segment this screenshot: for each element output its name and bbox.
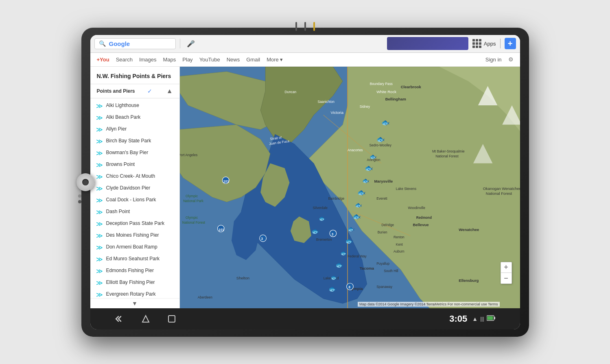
list-item[interactable]: ≫ Coal Dock - Lions Park [90, 194, 179, 206]
svg-text:8: 8 [348, 285, 350, 289]
side-button-inner [82, 179, 89, 185]
fish-icon: ≫ [96, 267, 103, 275]
grid-dot [479, 46, 481, 48]
svg-text:Bremerton: Bremerton [316, 237, 332, 241]
svg-text:🐟: 🐟 [354, 201, 362, 208]
tablet-device: 🔍 Google 🎤 [81, 28, 529, 337]
svg-text:🐟: 🐟 [376, 135, 385, 144]
nav-item-images[interactable]: Images [139, 57, 157, 63]
fish-icon: ≫ [96, 102, 103, 110]
fish-icon: ≫ [96, 291, 103, 298]
svg-text:🐟: 🐟 [311, 227, 319, 235]
zoom-out-button[interactable]: − [501, 273, 512, 283]
grid-dot [476, 42, 478, 45]
svg-rect-82 [494, 317, 495, 319]
zoom-controls: + − [501, 262, 512, 284]
list-item[interactable]: ≫ Deception Pass State Park [90, 218, 179, 230]
side-button[interactable] [77, 173, 94, 191]
item-label: Chico Creek- At Mouth [106, 173, 155, 180]
item-label: Ed Munro Seahurst Park [106, 256, 160, 262]
svg-text:🐟: 🐟 [381, 118, 390, 126]
sign-in-button[interactable]: Sign in [485, 57, 502, 63]
scroll-down-indicator[interactable]: ▼ [90, 298, 179, 308]
list-item[interactable]: ≫ Browns Point [90, 159, 179, 171]
list-item[interactable]: ≫ Evergreen Rotary Park [90, 289, 179, 298]
fish-icon: ≫ [96, 126, 103, 133]
settings-icon[interactable]: ⚙ [508, 56, 514, 63]
nav-item-you[interactable]: +You [97, 57, 109, 63]
list-item[interactable]: ≫ Bowman's Bay Pier [90, 147, 179, 159]
map-area[interactable]: Victoria Sidney White Rock Clearbrook Be… [180, 67, 520, 308]
add-tab-button[interactable]: + [505, 38, 516, 49]
svg-text:Boundary Pass: Boundary Pass [369, 82, 392, 86]
list-item[interactable]: ≫ Chico Creek- At Mouth [90, 171, 179, 183]
svg-text:Bainbridge: Bainbridge [328, 196, 344, 200]
bottom-nav-buttons [115, 314, 177, 324]
nav-item-play[interactable]: Play [182, 57, 192, 63]
item-label: Allyn Pier [106, 126, 127, 133]
nav-item-more[interactable]: More ▾ [267, 57, 283, 63]
map-attribution: Map data ©2014 Google Imagery ©2014 Terr… [358, 302, 500, 307]
sidebar-list[interactable]: ≫ Alki Lighthouse ≫ Alki Beach Park ≫ Al… [90, 98, 179, 298]
google-search-box[interactable]: 🔍 Google [94, 38, 176, 49]
svg-text:Aberdeen: Aberdeen [197, 295, 212, 299]
svg-text:White Rock: White Rock [376, 89, 396, 94]
fish-icon: ≫ [96, 244, 103, 251]
section-title: Points and Piers [97, 88, 135, 94]
svg-text:National Park: National Park [183, 198, 204, 203]
zoom-in-button[interactable]: + [501, 262, 512, 273]
grid-dot [476, 39, 478, 41]
svg-text:🐟: 🐟 [357, 188, 365, 196]
svg-text:Lake Stevens: Lake Stevens [396, 186, 416, 190]
apps-section: Apps [472, 39, 496, 48]
hardware-btn-3 [313, 22, 315, 31]
list-item[interactable]: ≫ Birch Bay State Park [90, 135, 179, 147]
svg-text:Ellensburg: Ellensburg [459, 278, 479, 282]
home-button[interactable] [141, 314, 151, 324]
item-label: Alki Beach Park [106, 114, 141, 121]
svg-text:🐟: 🐟 [348, 225, 355, 232]
chevron-down-icon: ▼ [132, 300, 138, 307]
svg-text:🐟: 🐟 [369, 153, 376, 160]
back-button[interactable] [115, 314, 125, 324]
list-item[interactable]: ≫ Alki Beach Park [90, 112, 179, 124]
mic-icon[interactable]: 🎤 [184, 40, 197, 48]
apps-label[interactable]: Apps [484, 41, 496, 47]
bottom-right-status: 3:05 ▲ ||| [449, 314, 495, 324]
nav-item-news[interactable]: News [227, 57, 240, 63]
svg-text:🐟: 🐟 [318, 214, 326, 222]
list-item[interactable]: ≫ Don Armeni Boat Ramp [90, 242, 179, 253]
svg-text:Olympic: Olympic [186, 194, 198, 198]
nav-item-youtube[interactable]: YouTube [199, 57, 220, 63]
svg-text:Bellingham: Bellingham [385, 97, 406, 101]
scroll-up-arrow[interactable]: ▲ [166, 87, 173, 95]
google-logo-text: Google [109, 40, 130, 47]
list-item[interactable]: ≫ Allyn Pier [90, 124, 179, 135]
svg-text:Federal Way: Federal Way [348, 254, 367, 258]
nav-item-gmail[interactable]: Gmail [246, 57, 260, 63]
svg-text:Wenatchee: Wenatchee [459, 227, 479, 231]
list-item[interactable]: ≫ Alki Lighthouse [90, 100, 179, 112]
item-label: Des Moines Fishing Pier [106, 232, 159, 239]
svg-marker-79 [142, 316, 149, 322]
svg-text:National Forest: National Forest [435, 154, 459, 158]
list-item[interactable]: ≫ Edmonds Fishing Pier [90, 265, 179, 277]
list-item[interactable]: ≫ Elliott Bay Fishing Pier [90, 277, 179, 289]
svg-text:🐟: 🐟 [352, 212, 361, 221]
list-item[interactable]: ≫ Dash Point [90, 206, 179, 218]
fish-icon: ≫ [96, 208, 103, 216]
nav-item-maps[interactable]: Maps [163, 57, 176, 63]
search-icon: 🔍 [99, 40, 106, 47]
fish-icon: ≫ [96, 114, 103, 122]
list-item[interactable]: ≫ Des Moines Fishing Pier [90, 230, 179, 242]
time-display: 3:05 [449, 314, 467, 324]
svg-text:Woodinville: Woodinville [408, 206, 425, 210]
nav-item-search[interactable]: Search [116, 57, 133, 63]
list-item[interactable]: ≫ Ed Munro Seahurst Park [90, 253, 179, 265]
svg-text:National Forest: National Forest [485, 191, 512, 195]
chrome-bar: 🔍 Google 🎤 [90, 35, 520, 53]
list-item[interactable]: ≫ Clyde Davidson Pier [90, 183, 179, 194]
fish-icon: ≫ [96, 279, 103, 287]
recent-apps-button[interactable] [167, 314, 177, 324]
svg-text:Silverdale: Silverdale [313, 206, 328, 210]
